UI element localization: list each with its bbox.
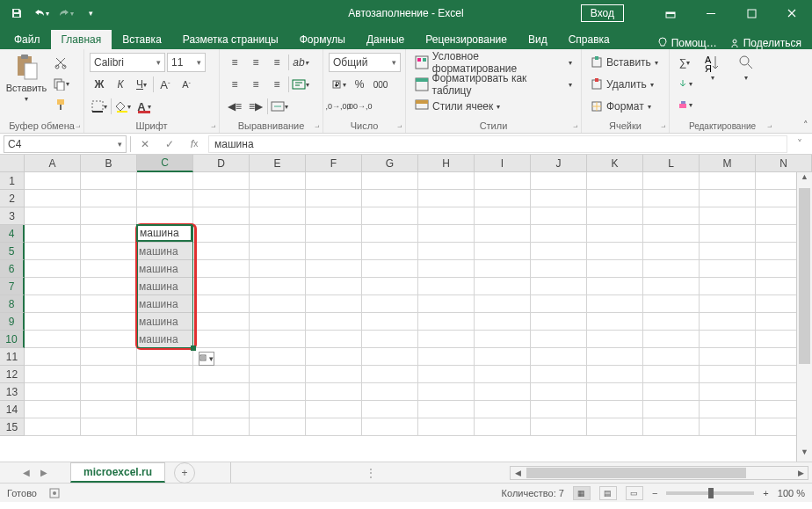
cell[interactable]	[362, 295, 418, 313]
col-header[interactable]: H	[418, 155, 475, 172]
fill-color-icon[interactable]: ▾	[113, 97, 133, 116]
cell[interactable]	[81, 331, 137, 348]
cell[interactable]	[587, 278, 643, 295]
cell[interactable]	[700, 207, 756, 225]
cell[interactable]	[250, 260, 306, 278]
cell[interactable]	[250, 313, 306, 331]
cell[interactable]: машина	[137, 331, 193, 348]
cell[interactable]	[418, 366, 475, 383]
cell[interactable]	[137, 366, 193, 383]
increase-indent-icon[interactable]: ≡▶	[246, 97, 265, 116]
col-header[interactable]: G	[362, 155, 418, 172]
maximize-icon[interactable]	[731, 0, 772, 26]
copy-icon[interactable]: ▾	[51, 74, 70, 93]
cell[interactable]	[362, 278, 418, 295]
cell[interactable]	[531, 401, 587, 418]
font-size-combo[interactable]: 11▾	[167, 53, 206, 72]
cell[interactable]	[250, 295, 306, 313]
cell[interactable]	[418, 207, 475, 225]
comma-icon[interactable]: 000	[371, 75, 390, 94]
zoom-in-icon[interactable]: +	[763, 488, 768, 498]
cell[interactable]	[700, 295, 756, 313]
cell[interactable]	[250, 225, 306, 243]
cell[interactable]	[587, 401, 643, 418]
row-header[interactable]: 1	[0, 172, 25, 190]
cell[interactable]	[137, 225, 193, 243]
col-header[interactable]: C	[137, 155, 193, 172]
cell[interactable]	[475, 278, 531, 295]
cell[interactable]	[643, 172, 700, 190]
cell[interactable]	[362, 331, 418, 348]
cell[interactable]	[700, 278, 756, 295]
tell-me-button[interactable]: Помощ…	[657, 37, 717, 49]
cell[interactable]	[418, 278, 475, 295]
sign-in-button[interactable]: Вход	[581, 4, 624, 22]
number-format-combo[interactable]: Общий▾	[329, 53, 401, 72]
decrease-indent-icon[interactable]: ◀≡	[225, 97, 244, 116]
cell[interactable]	[193, 418, 250, 436]
col-header[interactable]: L	[643, 155, 700, 172]
cancel-formula-icon[interactable]: ✕	[134, 135, 156, 153]
cell[interactable]	[475, 172, 531, 190]
format-painter-icon[interactable]	[51, 95, 70, 114]
cell[interactable]	[362, 383, 418, 401]
cell[interactable]	[475, 190, 531, 207]
cell[interactable]	[475, 225, 531, 243]
cell[interactable]	[362, 172, 418, 190]
qat-customize-icon[interactable]: ▾	[79, 2, 102, 25]
cell[interactable]	[81, 313, 137, 331]
cell[interactable]	[418, 243, 475, 260]
cell[interactable]	[25, 243, 81, 260]
cell[interactable]	[306, 260, 362, 278]
cell[interactable]	[418, 348, 475, 366]
cell[interactable]	[306, 225, 362, 243]
cell[interactable]	[362, 401, 418, 418]
page-break-view-icon[interactable]: ▭	[626, 486, 643, 500]
row-header[interactable]: 7	[0, 278, 25, 295]
cell[interactable]	[193, 225, 250, 243]
ribbon-options-icon[interactable]	[650, 0, 691, 26]
col-header[interactable]: B	[81, 155, 137, 172]
cell[interactable]	[250, 190, 306, 207]
sheet-tab[interactable]: microexcel.ru	[70, 462, 165, 483]
cell[interactable]	[475, 260, 531, 278]
cell[interactable]	[700, 225, 756, 243]
cell[interactable]	[587, 348, 643, 366]
cell[interactable]	[306, 331, 362, 348]
cell[interactable]	[137, 207, 193, 225]
cell[interactable]	[81, 366, 137, 383]
cell[interactable]	[25, 383, 81, 401]
percent-icon[interactable]: %	[350, 75, 369, 94]
cell[interactable]	[418, 418, 475, 436]
tab-review[interactable]: Рецензирование	[415, 30, 518, 49]
tab-help[interactable]: Справка	[558, 30, 620, 49]
save-icon[interactable]	[5, 2, 28, 25]
cell[interactable]	[418, 190, 475, 207]
share-button[interactable]: Поделиться	[729, 37, 801, 49]
cell[interactable]	[643, 243, 700, 260]
cell[interactable]	[531, 207, 587, 225]
cell[interactable]	[700, 383, 756, 401]
delete-cells-button[interactable]: Удалить▾	[587, 75, 657, 94]
cell[interactable]	[250, 418, 306, 436]
cell[interactable]	[193, 383, 250, 401]
cell[interactable]	[531, 278, 587, 295]
cut-icon[interactable]	[51, 53, 70, 72]
align-bottom-icon[interactable]: ≡	[267, 53, 286, 72]
insert-cells-button[interactable]: Вставить▾	[587, 53, 662, 72]
autofill-options-icon[interactable]: ▾	[199, 352, 214, 366]
align-left-icon[interactable]: ≡	[225, 75, 244, 94]
fill-icon[interactable]: ▾	[675, 74, 694, 93]
cell[interactable]	[531, 348, 587, 366]
col-header[interactable]: J	[531, 155, 587, 172]
autosum-icon[interactable]: ∑▾	[675, 53, 694, 72]
row-header[interactable]: 13	[0, 383, 25, 401]
cell[interactable]	[700, 313, 756, 331]
cell[interactable]	[306, 418, 362, 436]
cell[interactable]	[362, 190, 418, 207]
cell[interactable]	[475, 207, 531, 225]
cell[interactable]	[250, 278, 306, 295]
cell[interactable]	[643, 331, 700, 348]
cell[interactable]	[250, 383, 306, 401]
col-header[interactable]: D	[193, 155, 250, 172]
